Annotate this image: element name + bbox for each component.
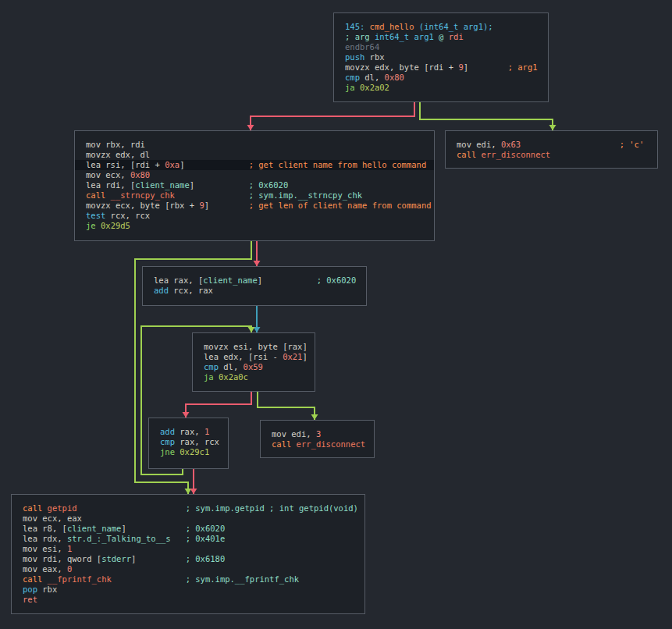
asm-token: mov eax,: [23, 564, 67, 574]
asm-token: [521, 140, 619, 149]
edge-arrowhead-loop-false-to-inc: [183, 412, 190, 418]
asm-token: client_name: [67, 524, 122, 533]
edge-loop-true-to-err-3: [258, 392, 315, 420]
asm-line[interactable]: mov rbx, rdi: [75, 140, 434, 150]
asm-line[interactable]: ; arg int64_t arg1 @ rdi: [334, 32, 548, 42]
asm-line[interactable]: movzx ecx, byte [rbx + 9] ; get len of c…: [75, 201, 434, 211]
edge-loop-false-to-inc: [186, 392, 251, 418]
asm-token: (int64_t arg1);: [414, 22, 493, 31]
asm-token: call: [86, 190, 105, 200]
asm-token: err_disconnect: [291, 439, 365, 449]
asm-line[interactable]: mov eax, 0: [12, 564, 364, 574]
asm-token: ; 0x6020: [249, 180, 289, 190]
asm-line[interactable]: call err_disconnect: [261, 439, 374, 450]
asm-token: [468, 62, 508, 72]
basic-block-err-c[interactable]: mov edi, 0x63 ; 'c'call err_disconnect: [445, 130, 658, 169]
asm-line[interactable]: push rbx: [334, 52, 548, 62]
asm-token: cmd_hello: [370, 22, 414, 31]
asm-line[interactable]: movzx edx, dl: [75, 150, 434, 160]
asm-line[interactable]: ret: [12, 595, 364, 605]
asm-line[interactable]: lea r8, [client_name] ; 0x6020: [12, 524, 364, 534]
asm-line[interactable]: mov edi, 3: [261, 429, 374, 439]
asm-token: [194, 180, 249, 190]
asm-line[interactable]: ja 0x2a0c: [193, 372, 315, 382]
basic-block-loop-check[interactable]: movzx esi, byte [rax]lea edx, [rsi - 0x2…: [192, 332, 315, 392]
asm-token: mov edi,: [457, 140, 501, 149]
asm-token: rdi: [449, 32, 464, 41]
asm-token: [126, 524, 186, 533]
asm-line[interactable]: lea edx, [rsi - 0x21]: [193, 352, 315, 362]
asm-line[interactable]: mov esi, 1: [12, 544, 364, 554]
asm-token: 0x2a02: [360, 83, 389, 92]
asm-token: lea edx, [rsi -: [204, 352, 283, 361]
asm-token: movzx ecx, byte [rbx +: [86, 201, 199, 210]
asm-line[interactable]: add rcx, rax: [143, 286, 366, 296]
asm-line[interactable]: call getpid ; sym.imp.getpid ; int getpi…: [12, 503, 364, 514]
asm-line[interactable]: mov ecx, eax: [12, 514, 364, 524]
asm-token: __strncpy_chk: [105, 190, 175, 200]
asm-token: movzx esi, byte [rax]: [204, 342, 308, 351]
asm-line[interactable]: cmp dl, 0x59: [193, 362, 315, 372]
asm-token: ; 'c': [620, 140, 645, 149]
asm-line[interactable]: jne 0x29c1: [149, 447, 228, 457]
asm-line-selected[interactable]: lea rsi, [rdi + 0xa] ; get client name f…: [75, 160, 434, 170]
asm-line[interactable]: call __strncpy_chk ; sym.imp.__strncpy_c…: [75, 190, 434, 201]
asm-line[interactable]: lea rdi, [client_name] ; 0x6020: [75, 180, 434, 190]
asm-line[interactable]: mov rdi, qword [stderr] ; 0x6180: [12, 554, 364, 564]
asm-line[interactable]: mov ecx, 0x80: [75, 170, 434, 180]
asm-token: 0x80: [385, 73, 404, 82]
asm-line[interactable]: mov edi, 0x63 ; 'c': [446, 140, 657, 150]
asm-line[interactable]: movzx esi, byte [rax]: [193, 342, 315, 352]
basic-block-main[interactable]: mov rbx, rdimovzx edx, dllea rsi, [rdi +…: [74, 130, 435, 241]
asm-line[interactable]: lea rdx, str.d_:_Talking_to__s ; 0x401e: [12, 534, 364, 544]
asm-token: [184, 160, 248, 169]
asm-line[interactable]: call __fprintf_chk ; sym.imp.__fprintf_c…: [12, 574, 364, 585]
graph-canvas[interactable]: 145: cmd_hello (int64_t arg1);; arg int6…: [0, 0, 672, 629]
asm-line[interactable]: call err_disconnect: [446, 150, 657, 160]
asm-token: client_name: [203, 275, 258, 285]
asm-token: rcx, rcx: [105, 211, 150, 220]
asm-token: endbr64: [345, 42, 379, 52]
asm-token: mov ecx, eax: [23, 514, 82, 523]
asm-token: [112, 574, 186, 584]
asm-token: rax, rcx: [175, 437, 219, 446]
asm-line[interactable]: lea rax, [client_name] ; 0x6020: [143, 275, 366, 286]
asm-token: push: [345, 52, 364, 62]
basic-block-exit[interactable]: call getpid ; sym.imp.getpid ; int getpi…: [11, 494, 365, 614]
basic-block-inc[interactable]: add rax, 1cmp rax, rcxjne 0x29c1: [148, 418, 229, 469]
asm-token: cmp: [160, 437, 175, 446]
asm-line[interactable]: 145: cmd_hello (int64_t arg1);: [334, 22, 548, 32]
asm-line[interactable]: pop rbx: [12, 585, 364, 595]
asm-token: dl,: [360, 73, 385, 82]
asm-line[interactable]: cmp rax, rcx: [149, 437, 228, 447]
asm-line[interactable]: endbr64: [334, 42, 548, 52]
edge-arrowhead-loop-true-to-err-3: [311, 414, 318, 420]
asm-token: ; arg: [345, 32, 375, 41]
asm-token: str.d_:_Talking_to__s: [67, 534, 171, 543]
asm-token: 0xa: [165, 160, 180, 169]
asm-line[interactable]: test rcx, rcx: [75, 211, 434, 221]
asm-line[interactable]: movzx edx, byte [rdi + 9] ; arg1: [334, 62, 548, 73]
basic-block-mid[interactable]: lea rax, [client_name] ; 0x6020add rcx, …: [142, 266, 367, 306]
edge-arrowhead-inc-true-loopback: [248, 327, 255, 332]
basic-block-entry[interactable]: 145: cmd_hello (int64_t arg1);; arg int6…: [333, 12, 549, 102]
asm-token: mov rbx, rdi: [86, 140, 145, 149]
asm-line[interactable]: add rax, 1: [149, 427, 228, 437]
asm-token: call: [23, 503, 42, 513]
asm-line[interactable]: cmp dl, 0x80: [334, 73, 548, 83]
asm-token: lea rdx,: [23, 534, 67, 543]
asm-token: add: [154, 286, 169, 295]
asm-token: [171, 534, 186, 543]
asm-token: 0x29d5: [101, 221, 130, 230]
edge-arrowhead-entry-true-to-err-c: [549, 125, 556, 130]
asm-token: call: [457, 150, 476, 159]
asm-token: pop: [23, 585, 37, 594]
edge-arrowhead-inc-false-to-exit: [190, 489, 197, 494]
asm-token: ja: [204, 372, 214, 382]
asm-token: rcx, rax: [169, 286, 213, 295]
basic-block-err-3[interactable]: mov edi, 3call err_disconnect: [260, 420, 375, 458]
asm-line[interactable]: ja 0x2a02: [334, 83, 548, 93]
asm-line[interactable]: je 0x29d5: [75, 221, 434, 231]
asm-token: __fprintf_chk: [42, 574, 112, 584]
asm-token: call: [23, 574, 42, 584]
